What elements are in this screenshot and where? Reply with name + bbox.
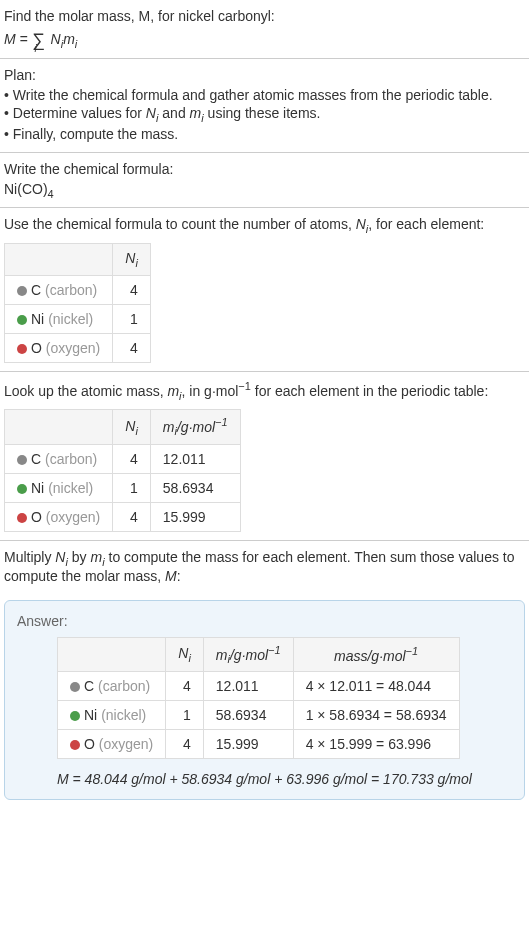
count-atoms-section: Use the chemical formula to count the nu… — [0, 208, 529, 372]
element-cell: Ni (nickel) — [58, 701, 166, 730]
table-row: Ni (nickel) 1 — [5, 304, 151, 333]
multiply-section: Multiply Ni by mi to compute the mass fo… — [0, 541, 529, 592]
mass-value: 1 × 58.6934 = 58.6934 — [293, 701, 459, 730]
dot-icon — [70, 682, 80, 692]
n-value: 4 — [113, 275, 151, 304]
n-value: 1 — [113, 473, 151, 502]
plan-heading: Plan: — [4, 67, 525, 83]
plan-list: • Write the chemical formula and gather … — [4, 87, 525, 142]
count-atoms-heading: Use the chemical formula to count the nu… — [4, 216, 525, 235]
plan-item: • Determine values for Ni and mi using t… — [4, 105, 525, 124]
header-ni: Ni — [113, 410, 151, 444]
element-cell: C (carbon) — [5, 444, 113, 473]
chem-formula: Ni(CO)4 — [4, 181, 525, 200]
multiply-heading: Multiply Ni by mi to compute the mass fo… — [4, 549, 525, 584]
atomic-mass-heading: Look up the atomic mass, mi, in g·mol−1 … — [4, 380, 525, 401]
count-atoms-table: Ni C (carbon) 4 Ni (nickel) 1 O (oxygen)… — [4, 243, 151, 363]
n-value: 4 — [113, 502, 151, 531]
intro-text: Find the molar mass, M, for nickel carbo… — [4, 8, 525, 24]
plan-item: • Write the chemical formula and gather … — [4, 87, 525, 103]
element-cell: O (oxygen) — [5, 502, 113, 531]
n-value: 4 — [166, 672, 204, 701]
dot-icon — [17, 286, 27, 296]
table-row: C (carbon) 4 12.011 — [5, 444, 241, 473]
element-cell: Ni (nickel) — [5, 473, 113, 502]
header-mi: mi/g·mol−1 — [150, 410, 240, 444]
chem-formula-section: Write the chemical formula: Ni(CO)4 — [0, 153, 529, 209]
table-row: O (oxygen) 4 15.999 — [5, 502, 241, 531]
intro-section: Find the molar mass, M, for nickel carbo… — [0, 0, 529, 59]
element-cell: O (oxygen) — [58, 730, 166, 759]
m-value: 12.011 — [150, 444, 240, 473]
atomic-mass-table: Ni mi/g·mol−1 C (carbon) 4 12.011 Ni (ni… — [4, 409, 241, 531]
answer-box: Answer: Ni mi/g·mol−1 mass/g·mol−1 C (ca… — [4, 600, 525, 800]
intro-formula: M = ∑i Nimi — [4, 28, 525, 50]
n-value: 4 — [113, 444, 151, 473]
header-mi: mi/g·mol−1 — [203, 637, 293, 671]
m-value: 58.6934 — [203, 701, 293, 730]
plan-section: Plan: • Write the chemical formula and g… — [0, 59, 529, 153]
m-value: 12.011 — [203, 672, 293, 701]
dot-icon — [17, 455, 27, 465]
dot-icon — [70, 711, 80, 721]
final-formula: M = 48.044 g/mol + 58.6934 g/mol + 63.99… — [57, 771, 512, 787]
element-cell: Ni (nickel) — [5, 304, 113, 333]
plan-item: • Finally, compute the mass. — [4, 126, 525, 142]
atomic-mass-section: Look up the atomic mass, mi, in g·mol−1 … — [0, 372, 529, 541]
m-value: 15.999 — [203, 730, 293, 759]
table-header-row: Ni mi/g·mol−1 mass/g·mol−1 — [58, 637, 460, 671]
n-value: 4 — [166, 730, 204, 759]
table-header-row: Ni mi/g·mol−1 — [5, 410, 241, 444]
dot-icon — [17, 484, 27, 494]
header-mass: mass/g·mol−1 — [293, 637, 459, 671]
m-value: 58.6934 — [150, 473, 240, 502]
n-value: 1 — [113, 304, 151, 333]
element-cell: C (carbon) — [5, 275, 113, 304]
n-value: 1 — [166, 701, 204, 730]
table-row: C (carbon) 4 — [5, 275, 151, 304]
table-header-row: Ni — [5, 244, 151, 276]
mass-value: 4 × 15.999 = 63.996 — [293, 730, 459, 759]
m-value: 15.999 — [150, 502, 240, 531]
header-ni: Ni — [166, 637, 204, 671]
answer-table: Ni mi/g·mol−1 mass/g·mol−1 C (carbon) 4 … — [57, 637, 460, 759]
chem-formula-heading: Write the chemical formula: — [4, 161, 525, 177]
table-row: O (oxygen) 4 — [5, 333, 151, 362]
element-cell: O (oxygen) — [5, 333, 113, 362]
dot-icon — [17, 315, 27, 325]
table-row: C (carbon) 4 12.011 4 × 12.011 = 48.044 — [58, 672, 460, 701]
mass-value: 4 × 12.011 = 48.044 — [293, 672, 459, 701]
dot-icon — [17, 344, 27, 354]
dot-icon — [17, 513, 27, 523]
answer-label: Answer: — [17, 613, 512, 629]
table-row: Ni (nickel) 1 58.6934 — [5, 473, 241, 502]
element-cell: C (carbon) — [58, 672, 166, 701]
table-row: Ni (nickel) 1 58.6934 1 × 58.6934 = 58.6… — [58, 701, 460, 730]
dot-icon — [70, 740, 80, 750]
n-value: 4 — [113, 333, 151, 362]
table-row: O (oxygen) 4 15.999 4 × 15.999 = 63.996 — [58, 730, 460, 759]
header-ni: Ni — [113, 244, 151, 276]
